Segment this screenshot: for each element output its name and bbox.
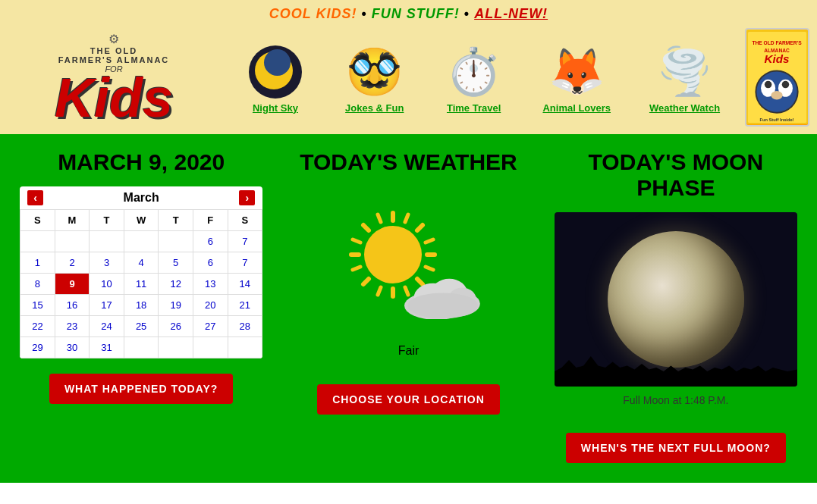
- nav-items: Night Sky 🥸 Jokes & Fun ⏱️ Time Travel 🦊: [228, 42, 737, 114]
- cal-day[interactable]: 26: [159, 316, 193, 337]
- weather-title: TODAY'S WEATHER: [300, 149, 517, 175]
- next-full-moon-button[interactable]: WHEN'S THE NEXT FULL MOON?: [566, 433, 786, 463]
- top-banner: COOL KIDS! • FUN STUFF! • ALL-NEW!: [8, 6, 809, 22]
- day-header-sun: S: [20, 210, 55, 231]
- cal-day[interactable]: 2: [55, 252, 90, 274]
- cal-day[interactable]: 30: [55, 337, 90, 358]
- nav-label-jokes-fun: Jokes & Fun: [345, 102, 404, 114]
- day-header-tue: T: [90, 210, 124, 231]
- cal-day-today[interactable]: 9: [55, 274, 90, 295]
- cal-day[interactable]: 22: [20, 316, 55, 337]
- day-header-sat: S: [228, 210, 262, 231]
- moon-planet-icon: [249, 45, 302, 99]
- nav-item-night-sky[interactable]: Night Sky: [245, 42, 306, 114]
- cal-day[interactable]: 1: [20, 252, 55, 274]
- svg-text:Fun Stuff Inside!: Fun Stuff Inside!: [760, 117, 794, 122]
- svg-line-19: [417, 225, 423, 230]
- svg-point-35: [408, 293, 479, 318]
- night-sky-icon-area: [245, 42, 306, 102]
- nav-label-weather-watch: Weather Watch: [649, 102, 720, 114]
- nav-item-jokes-fun[interactable]: 🥸 Jokes & Fun: [344, 42, 405, 114]
- cal-day-empty: [90, 231, 124, 252]
- tornado-icon: 🌪️: [656, 49, 713, 95]
- svg-line-23: [378, 287, 381, 295]
- cal-day[interactable]: 16: [55, 295, 90, 316]
- cal-day[interactable]: 5: [159, 252, 193, 274]
- cal-day[interactable]: 18: [124, 295, 159, 316]
- cal-day[interactable]: 10: [90, 274, 124, 295]
- svg-line-21: [378, 214, 381, 222]
- the-old-label: THE OLD: [90, 46, 137, 55]
- cloud-icon: [404, 270, 488, 319]
- cal-day[interactable]: 7: [228, 252, 262, 274]
- jokes-icon-area: 🥸: [344, 42, 405, 102]
- cal-day[interactable]: 11: [124, 274, 159, 295]
- gear-icon: ⚙: [108, 32, 119, 46]
- cal-day[interactable]: 24: [90, 316, 124, 337]
- svg-point-10: [782, 81, 790, 89]
- cal-day[interactable]: 14: [228, 274, 262, 295]
- main-content: MARCH 9, 2020 ‹ March › S M T W T F S: [0, 134, 817, 483]
- cal-day[interactable]: 25: [124, 316, 159, 337]
- cool-kids-text: COOL KIDS!: [269, 6, 357, 21]
- cal-day[interactable]: 29: [20, 337, 55, 358]
- cal-day[interactable]: 19: [159, 295, 193, 316]
- cal-day[interactable]: 28: [228, 316, 262, 337]
- moon-circle: [608, 231, 744, 368]
- cal-day[interactable]: 23: [55, 316, 90, 337]
- weather-nav-icon-area: 🌪️: [654, 42, 715, 102]
- cal-day-empty: [159, 337, 193, 358]
- book-cover[interactable]: THE OLD FARMER'S ALMANAC Kids Fun Stuff …: [745, 28, 809, 127]
- moon-caption: Full Moon at 1:48 P.M.: [623, 394, 728, 406]
- cal-day[interactable]: 7: [228, 231, 262, 252]
- farmers-almanac-label: FARMER'S ALMANAC: [58, 55, 170, 64]
- next-month-button[interactable]: ›: [239, 190, 255, 205]
- cal-day-empty: [20, 231, 55, 252]
- book-cover-svg: THE OLD FARMER'S ALMANAC Kids Fun Stuff …: [746, 28, 808, 127]
- calendar: ‹ March › S M T W T F S: [20, 186, 262, 358]
- cal-day[interactable]: 4: [124, 252, 159, 274]
- nav-label-time-travel: Time Travel: [447, 102, 501, 114]
- cal-day-empty: [124, 337, 159, 358]
- nav-item-time-travel[interactable]: ⏱️ Time Travel: [444, 42, 504, 114]
- animal-icon-area: 🦊: [546, 42, 607, 102]
- cal-day[interactable]: 15: [20, 295, 55, 316]
- svg-point-9: [765, 81, 772, 89]
- cal-day[interactable]: 8: [20, 274, 55, 295]
- table-row: 22 23 24 25 26 27 28: [20, 316, 262, 337]
- cal-day[interactable]: 31: [90, 337, 124, 358]
- moon-title: TODAY'S MOON PHASE: [550, 149, 802, 201]
- fox-icon: 🦊: [548, 49, 605, 95]
- choose-location-button[interactable]: CHOOSE YOUR LOCATION: [317, 384, 500, 415]
- prev-month-button[interactable]: ‹: [27, 190, 43, 205]
- cal-day[interactable]: 3: [90, 252, 124, 274]
- table-row: 1 2 3 4 5 6 7: [20, 252, 262, 274]
- calendar-grid: S M T W T F S: [20, 209, 262, 358]
- cal-day-empty: [159, 231, 193, 252]
- cal-day[interactable]: 17: [90, 295, 124, 316]
- svg-line-17: [363, 225, 369, 230]
- cal-day[interactable]: 13: [193, 274, 228, 295]
- day-header-wed: W: [124, 210, 159, 231]
- weather-condition-label: Fair: [398, 344, 419, 358]
- nav-item-animal-lovers[interactable]: 🦊 Animal Lovers: [542, 42, 611, 114]
- header: COOL KIDS! • FUN STUFF! • ALL-NEW! ⚙ THE…: [0, 0, 817, 134]
- cal-day[interactable]: 12: [159, 274, 193, 295]
- svg-point-11: [771, 91, 782, 99]
- cal-day[interactable]: 20: [193, 295, 228, 316]
- cal-day[interactable]: 6: [193, 252, 228, 274]
- cal-day[interactable]: 6: [193, 231, 228, 252]
- nav-item-weather-watch[interactable]: 🌪️ Weather Watch: [649, 42, 720, 114]
- svg-text:Kids: Kids: [765, 52, 790, 65]
- all-new-text: ALL-NEW!: [474, 6, 548, 21]
- header-content: ⚙ THE OLD FARMER'S ALMANAC FOR Kids Nigh…: [8, 28, 809, 127]
- cal-day[interactable]: 27: [193, 316, 228, 337]
- calendar-days-header-row: S M T W T F S: [20, 210, 262, 231]
- svg-line-20: [363, 279, 369, 284]
- cal-day[interactable]: 21: [228, 295, 262, 316]
- svg-line-22: [405, 214, 408, 222]
- dot2: •: [460, 6, 474, 21]
- dot1: •: [357, 6, 372, 21]
- nav-label-animal-lovers: Animal Lovers: [542, 102, 611, 114]
- what-happened-today-button[interactable]: WHAT HAPPENED TODAY?: [49, 374, 234, 404]
